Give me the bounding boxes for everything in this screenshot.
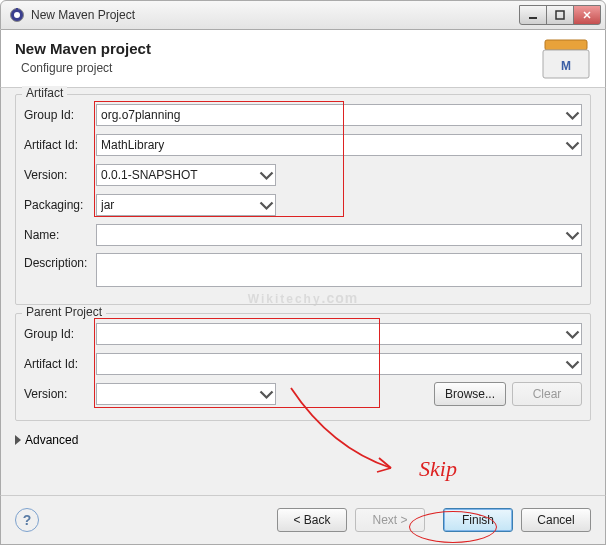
parent-version-input[interactable] <box>96 383 276 405</box>
app-icon <box>9 7 25 23</box>
finish-button[interactable]: Finish <box>443 508 513 532</box>
svg-rect-4 <box>556 11 564 19</box>
wizard-header: New Maven project Configure project M <box>0 30 606 87</box>
svg-rect-5 <box>545 40 587 50</box>
parent-version-label: Version: <box>24 387 96 401</box>
description-label: Description: <box>24 253 96 270</box>
window-close-button[interactable] <box>573 5 601 25</box>
page-subtitle: Configure project <box>15 61 591 75</box>
window-titlebar: New Maven Project <box>0 0 606 30</box>
artifact-group: Artifact Group Id: Artifact Id: Version:… <box>15 94 591 305</box>
parent-artifact-id-input[interactable] <box>96 353 582 375</box>
parent-group-id-label: Group Id: <box>24 327 96 341</box>
parent-artifact-id-label: Artifact Id: <box>24 357 96 371</box>
svg-text:M: M <box>561 59 571 73</box>
svg-point-1 <box>14 12 20 18</box>
parent-legend: Parent Project <box>22 305 106 319</box>
triangle-right-icon <box>15 435 21 445</box>
parent-group-id-input[interactable] <box>96 323 582 345</box>
next-button[interactable]: Next > <box>355 508 425 532</box>
artifact-id-label: Artifact Id: <box>24 138 96 152</box>
packaging-input[interactable] <box>96 194 276 216</box>
name-input[interactable] <box>96 224 582 246</box>
group-id-label: Group Id: <box>24 108 96 122</box>
parent-project-group: Parent Project Group Id: Artifact Id: Ve… <box>15 313 591 421</box>
version-input[interactable] <box>96 164 276 186</box>
svg-rect-3 <box>529 17 537 19</box>
clear-button[interactable]: Clear <box>512 382 582 406</box>
artifact-legend: Artifact <box>22 86 67 100</box>
description-input[interactable] <box>96 253 582 287</box>
packaging-label: Packaging: <box>24 198 96 212</box>
wizard-body: Wikitechy.com Artifact Group Id: Artifac… <box>0 87 606 495</box>
advanced-label: Advanced <box>25 433 78 447</box>
browse-button[interactable]: Browse... <box>434 382 506 406</box>
group-id-input[interactable] <box>96 104 582 126</box>
version-label: Version: <box>24 168 96 182</box>
window-title: New Maven Project <box>31 8 520 22</box>
name-label: Name: <box>24 228 96 242</box>
artifact-id-input[interactable] <box>96 134 582 156</box>
window-maximize-button[interactable] <box>546 5 574 25</box>
maven-banner-icon: M <box>541 36 591 80</box>
advanced-expander[interactable]: Advanced <box>15 429 591 451</box>
window-minimize-button[interactable] <box>519 5 547 25</box>
wizard-footer: ? < Back Next > Finish Cancel <box>0 495 606 545</box>
page-title: New Maven project <box>15 40 591 57</box>
cancel-button[interactable]: Cancel <box>521 508 591 532</box>
help-button[interactable]: ? <box>15 508 39 532</box>
annotation-skip-text: Skip <box>419 456 457 482</box>
back-button[interactable]: < Back <box>277 508 347 532</box>
svg-rect-2 <box>16 8 18 11</box>
